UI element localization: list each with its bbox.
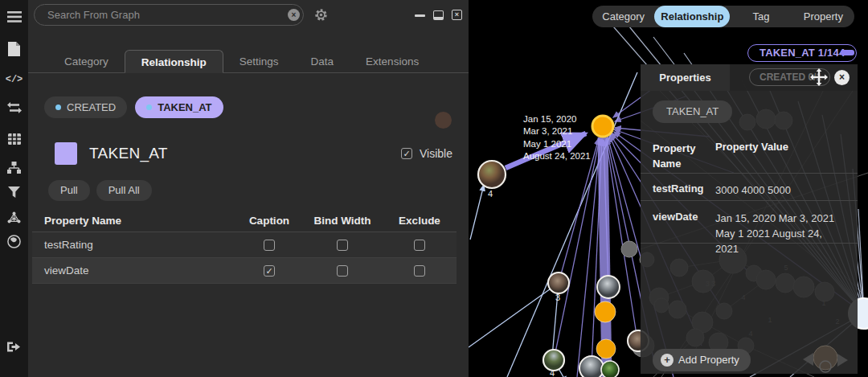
tab-category[interactable]: Category (48, 50, 125, 73)
move-icon[interactable] (810, 68, 828, 86)
tab-extensions[interactable]: Extensions (350, 50, 435, 73)
exclude-checkbox[interactable]: ✓ (414, 240, 425, 251)
photo-node[interactable] (597, 276, 620, 298)
graph-canvas[interactable]: 5 3 3 4 1 4 1 2 (469, 0, 868, 377)
maximize-button[interactable] (433, 10, 444, 20)
photo-node[interactable] (548, 273, 569, 293)
table-row: viewDate ✓ ✓ ✓ (32, 258, 457, 284)
date-node[interactable] (596, 339, 616, 359)
pull-all-button[interactable]: Pull All (96, 180, 152, 201)
minimize-pill-icon[interactable] (841, 50, 854, 55)
right-tab-tag[interactable]: Tag (730, 6, 792, 27)
prop-row-value: Jan 15, 2020 Mar 3, 2021 May 1 2021 Augu… (715, 211, 848, 256)
relationship-color-swatch[interactable] (55, 142, 77, 165)
bind-width-checkbox[interactable]: ✓ (337, 240, 348, 251)
search-input[interactable] (34, 4, 304, 26)
tab-data[interactable]: Data (295, 50, 350, 73)
prev-arrow-icon[interactable] (803, 353, 813, 366)
column-property-value: Property Value (715, 141, 788, 153)
close-icon[interactable]: × (834, 70, 850, 85)
relationship-chips: CREATED TAKEN_AT (44, 96, 223, 118)
add-property-button[interactable]: +Add Property (653, 349, 751, 371)
properties-panel-header: Properties CREATED 0/1 × (641, 64, 858, 91)
property-table-header: Property Name Caption Bind Width Exclude (32, 210, 457, 232)
next-arrow-icon[interactable] (837, 354, 848, 367)
photo-node-dim[interactable] (813, 346, 837, 370)
close-window-button[interactable]: × (452, 10, 462, 20)
graph-nav-arrows (800, 344, 854, 374)
prop-row-value: 3000 4000 5000 (715, 182, 848, 198)
property-name: testRating (32, 239, 236, 251)
photo-node[interactable] (579, 356, 604, 377)
exclude-checkbox[interactable]: ✓ (414, 265, 425, 277)
property-table: Property Name Caption Bind Width Exclude… (32, 210, 457, 284)
globe-icon[interactable] (0, 231, 28, 252)
right-tab-category[interactable]: Category (592, 6, 654, 27)
right-tab-property[interactable]: Property (792, 6, 854, 27)
caption-checkbox[interactable]: ✓ (264, 240, 275, 251)
table-row: testRating ✓ ✓ ✓ (32, 232, 457, 258)
icon-rail: </> (0, 0, 28, 377)
swap-arrows-icon[interactable] (0, 97, 28, 118)
column-property-name: Property Name (653, 141, 709, 171)
svg-text:3: 3 (555, 293, 560, 302)
minimize-button[interactable] (415, 10, 425, 20)
visible-checkbox[interactable]: ✓ (401, 148, 412, 159)
code-icon[interactable]: </> (0, 69, 28, 90)
selection-title: TAKEN_AT (89, 145, 168, 162)
date-node[interactable] (595, 301, 616, 322)
chip-taken-at[interactable]: TAKEN_AT (135, 96, 223, 118)
properties-tab[interactable]: Properties (641, 64, 730, 91)
search-clear-icon[interactable]: × (288, 9, 300, 21)
tab-relationship[interactable]: Relationship (125, 50, 223, 73)
photo-node[interactable] (478, 161, 506, 188)
table-grid-icon[interactable] (0, 129, 28, 150)
relationship-dot (146, 104, 152, 110)
tab-settings[interactable]: Settings (223, 50, 295, 73)
property-name: viewDate (32, 264, 236, 277)
filter-icon[interactable] (0, 182, 28, 203)
window-controls: × (415, 10, 462, 20)
plus-icon: + (661, 354, 674, 367)
menu-icon[interactable] (0, 6, 28, 27)
graph-app-window: </> × × Category Relationship Settings D… (0, 0, 868, 377)
svg-text:4: 4 (488, 189, 493, 199)
caption-checkbox[interactable]: ✓ (264, 265, 275, 277)
properties-panel: Properties CREATED 0/1 × TAKEN_AT Proper… (641, 64, 858, 374)
relationship-dot (55, 104, 61, 110)
left-panel: × × Category Relationship Settings Data … (28, 0, 469, 377)
hierarchy-icon[interactable] (0, 157, 28, 178)
selected-date-node[interactable] (592, 116, 613, 137)
pull-button[interactable]: Pull (48, 180, 90, 201)
color-dot[interactable] (435, 112, 452, 129)
document-icon[interactable] (0, 39, 28, 59)
bind-width-checkbox[interactable]: ✓ (337, 265, 348, 277)
left-tabs: Category Relationship Settings Data Exte… (28, 50, 469, 73)
prop-row-name: testRating (653, 182, 704, 195)
visible-label: Visible (420, 147, 452, 160)
settings-gear-icon[interactable] (314, 8, 328, 22)
selection-header: TAKEN_AT ✓ Visible (55, 141, 452, 166)
network-mesh-icon[interactable] (0, 207, 28, 227)
prop-row-name: viewDate (653, 211, 698, 223)
right-tab-bar: Category Relationship Tag Property (592, 6, 854, 27)
logout-icon[interactable] (0, 336, 28, 357)
svg-text:4: 4 (550, 368, 555, 377)
photo-node[interactable] (601, 361, 619, 377)
right-tab-relationship[interactable]: Relationship (654, 6, 730, 27)
chip-created[interactable]: CREATED (44, 96, 127, 118)
panel-relationship-chip[interactable]: TAKEN_AT (653, 100, 732, 123)
